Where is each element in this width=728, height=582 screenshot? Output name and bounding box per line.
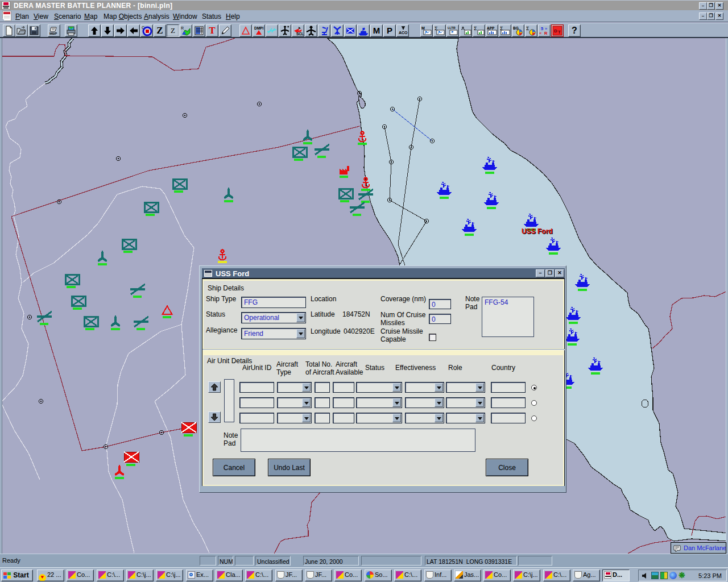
svg-text:MBP: MBP — [49, 32, 57, 35]
svg-text:SCL: SCL — [296, 32, 304, 36]
svg-text:T: T — [558, 30, 561, 35]
svg-text:LLTR: LLTR — [448, 26, 456, 30]
svg-text:«: « — [539, 31, 541, 36]
svg-text:R: R — [544, 31, 548, 36]
svg-text:USS Ford: USS Ford — [522, 227, 553, 235]
svg-text:Σ: Σ — [474, 26, 477, 31]
svg-text:M: M — [421, 26, 425, 30]
svg-text:Σ: Σ — [526, 26, 530, 31]
svg-text:BG: BG — [513, 26, 519, 30]
svg-text:APP: APP — [487, 26, 495, 30]
svg-text:ACO: ACO — [399, 31, 408, 35]
svg-text:DMPI: DMPI — [254, 26, 263, 30]
svg-text:D: D — [554, 28, 557, 34]
svg-text:R: R — [181, 26, 184, 30]
